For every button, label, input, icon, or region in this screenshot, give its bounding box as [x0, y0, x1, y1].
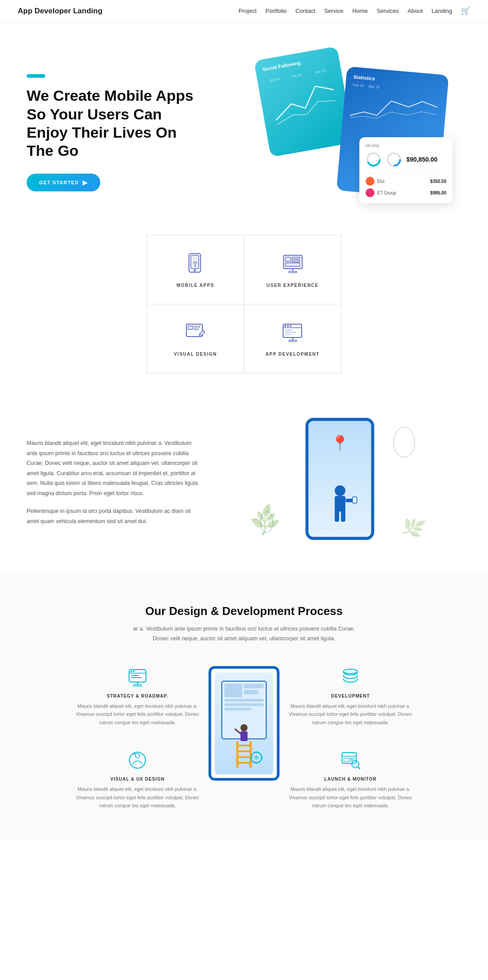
- svg-rect-17: [289, 271, 297, 273]
- company2-amount: $995.00: [430, 190, 446, 195]
- ux-label: USER EXPERIENCE: [255, 283, 330, 288]
- svg-rect-44: [131, 677, 142, 678]
- service-card-dev[interactable]: APP DEVELOPMENT: [244, 304, 341, 373]
- cart-icon[interactable]: 🛒: [461, 6, 470, 16]
- ux-process-label: VISUAL & UX DESIGN: [75, 777, 200, 782]
- process-item-ux: VISUAL & UX DESIGN Mauris blandit alique…: [75, 749, 200, 810]
- social-chart: Jan 20 Feb 20 Mar 20: [264, 65, 344, 134]
- service-cards-section: MOBILE APPS USER EXPERIENCE: [120, 226, 368, 378]
- development-icon: [339, 666, 362, 688]
- about-text: Mauris blandit aliquet elit, eget tincid…: [27, 438, 201, 526]
- svg-rect-46: [134, 685, 142, 686]
- svg-rect-21: [194, 329, 198, 330]
- dev-label: APP DEVELOPMENT: [255, 352, 330, 357]
- about-para2: Pellentesque in ipsum id orci porta dapi…: [27, 506, 201, 526]
- svg-rect-54: [224, 703, 264, 706]
- strategy-text: Mauris blandit aliquet elit, eget tincid…: [75, 702, 200, 727]
- svg-rect-53: [224, 699, 264, 702]
- hero-accent-bar: [27, 74, 45, 78]
- svg-rect-34: [335, 496, 345, 512]
- navigation: App Developer Landing Project Portfolio …: [0, 0, 488, 22]
- svg-rect-75: [350, 758, 354, 759]
- company1-amount: $350.50: [430, 179, 446, 184]
- social-card: Social Following Jan 20 Feb 20 Mar 20: [254, 46, 354, 157]
- service-card-mobile-apps[interactable]: MOBILE APPS: [147, 235, 244, 304]
- process-title: Our Design & Development Process: [18, 604, 470, 618]
- mobile-apps-icon: [184, 252, 208, 276]
- process-right-col: DEVELOPMENT Mauris blandit aliquet elit,…: [288, 666, 413, 810]
- svg-point-62: [240, 724, 248, 731]
- svg-rect-13: [292, 257, 300, 259]
- service-card-design[interactable]: VISUAL DESIGN: [147, 304, 244, 373]
- launch-label: LAUNCH & MONITOR: [288, 777, 413, 782]
- company2-name: ET Group: [377, 190, 396, 195]
- company1-name: Divi: [377, 179, 385, 184]
- svg-rect-15: [285, 263, 300, 266]
- service-grid: MOBILE APPS USER EXPERIENCE: [146, 235, 342, 373]
- svg-rect-20: [194, 326, 200, 327]
- svg-rect-32: [289, 340, 297, 341]
- svg-point-71: [343, 669, 358, 674]
- design-label: VISUAL DESIGN: [158, 352, 233, 357]
- svg-rect-30: [285, 334, 291, 335]
- svg-rect-74: [344, 758, 349, 762]
- svg-rect-12: [285, 257, 291, 262]
- nav-logo[interactable]: App Developer Landing: [18, 7, 102, 16]
- hero-section: We Create Mobile Apps So Your Users Can …: [0, 22, 488, 226]
- nav-project[interactable]: Project: [239, 8, 256, 14]
- svg-text:Mar 20: Mar 20: [315, 68, 327, 74]
- svg-text:Feb 20: Feb 20: [291, 73, 303, 79]
- svg-rect-55: [224, 708, 251, 710]
- nav-about[interactable]: About: [408, 8, 423, 14]
- development-label: DEVELOPMENT: [288, 694, 413, 698]
- about-phone-frame: 📍: [306, 418, 374, 540]
- design-icon: [184, 321, 208, 345]
- svg-point-25: [284, 325, 286, 327]
- svg-rect-14: [292, 260, 300, 262]
- mobile-apps-label: MOBILE APPS: [158, 283, 233, 288]
- nav-contact[interactable]: Contact: [295, 8, 315, 14]
- hero-title: We Create Mobile Apps So Your Users Can …: [27, 87, 204, 160]
- launch-icon: [339, 749, 362, 771]
- process-item-launch: LAUNCH & MONITOR Mauris blandit aliquet …: [288, 749, 413, 810]
- nav-landing[interactable]: Landing: [432, 8, 452, 14]
- process-grid: STRATEGY & ROADMAP. Mauris blandit aliqu…: [75, 666, 413, 810]
- stats-chart: [350, 89, 438, 127]
- svg-rect-50: [224, 684, 242, 697]
- svg-point-79: [354, 762, 357, 766]
- monthly-label: Monthly: [366, 143, 446, 148]
- service-card-ux[interactable]: USER EXPERIENCE: [244, 235, 341, 304]
- stats-detail-card: Monthly $90,850.00 Divi: [359, 137, 453, 203]
- strategy-icon: [126, 666, 149, 688]
- nav-services[interactable]: Services: [377, 8, 399, 14]
- svg-rect-51: [244, 684, 264, 688]
- svg-rect-36: [341, 509, 345, 522]
- nav-home[interactable]: Home: [352, 8, 368, 14]
- svg-line-78: [358, 767, 360, 769]
- svg-point-42: [133, 671, 135, 672]
- dev-icon: [281, 321, 305, 345]
- ux-icon: [281, 252, 305, 276]
- nav-portfolio[interactable]: Portfolio: [265, 8, 287, 14]
- nav-service[interactable]: Service: [324, 8, 343, 14]
- about-illustration: 📍: [218, 418, 461, 547]
- process-left-col: STRATEGY & ROADMAP. Mauris blandit aliqu…: [75, 666, 200, 810]
- about-section: Mauris blandit aliquet elit, eget tincid…: [0, 391, 488, 573]
- ux-process-text: Mauris blandit aliquet elit, eget tincid…: [75, 785, 200, 810]
- svg-rect-19: [188, 326, 193, 329]
- strategy-label: STRATEGY & ROADMAP.: [75, 694, 200, 698]
- svg-point-66: [254, 755, 259, 760]
- process-item-development: DEVELOPMENT Mauris blandit aliquet elit,…: [288, 666, 413, 727]
- main-amount: $90,850.00: [406, 156, 437, 163]
- svg-point-47: [130, 752, 146, 768]
- svg-point-27: [290, 325, 291, 327]
- hero-text: We Create Mobile Apps So Your Users Can …: [27, 74, 204, 191]
- get-started-button[interactable]: GET STARTED ▶: [27, 174, 100, 191]
- svg-point-33: [335, 485, 345, 496]
- process-center: [209, 666, 279, 781]
- svg-rect-35: [335, 509, 339, 522]
- ux-process-icon: [126, 749, 149, 771]
- blob-1: [393, 427, 415, 458]
- svg-point-41: [130, 671, 132, 672]
- development-text: Mauris blandit aliquet elit, eget tincid…: [288, 702, 413, 727]
